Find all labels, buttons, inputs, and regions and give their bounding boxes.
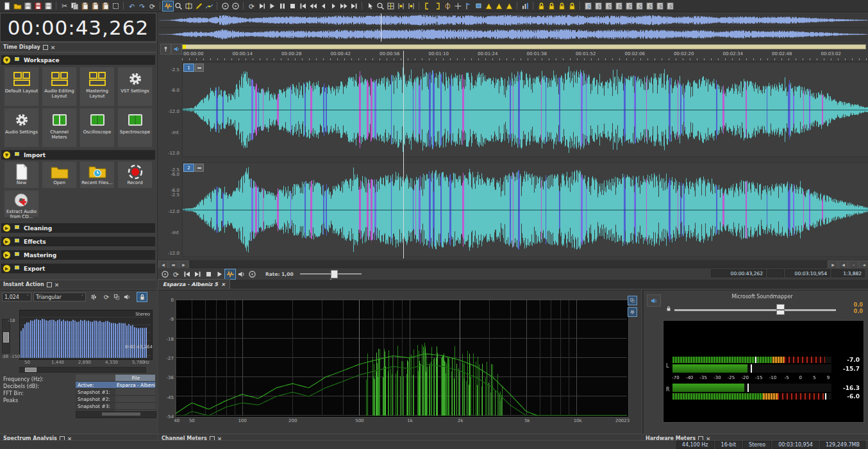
trim-crop-button[interactable]	[110, 1, 121, 11]
script-2-button[interactable]: S	[603, 1, 613, 11]
section-header-cleaning[interactable]: ▶Cleaning	[1, 223, 155, 233]
action-tile-new[interactable]: New	[4, 161, 39, 189]
channel-number-button[interactable]: 1	[183, 64, 194, 72]
section-header-workspace[interactable]: ▼Workspace	[1, 55, 155, 65]
stop-button[interactable]	[203, 269, 213, 279]
zoom-out-full-button[interactable]: −	[849, 260, 858, 269]
rewind-button[interactable]	[308, 1, 318, 11]
go-to-end-button[interactable]	[349, 1, 359, 11]
script-5-button[interactable]: S	[634, 1, 644, 11]
pin-button[interactable]	[160, 44, 171, 55]
go-to-start-button[interactable]	[181, 269, 192, 279]
selection-start-button[interactable]	[422, 1, 432, 11]
expand-icon[interactable]: ▶	[3, 251, 10, 258]
action-tile-recent-files-[interactable]: Recent Files...	[79, 161, 115, 189]
paste-to-new-button[interactable]	[90, 1, 100, 11]
snap-to-marker-button[interactable]	[406, 1, 416, 11]
event-tool-button[interactable]	[183, 1, 194, 11]
panel-tab-time-display[interactable]: Time Display×	[0, 42, 156, 51]
close-document-icon[interactable]: ×	[221, 282, 226, 287]
zoom-selection-button[interactable]: ◄	[859, 260, 868, 269]
window-type-select[interactable]: Triangular˅	[33, 292, 86, 301]
pause-button[interactable]	[277, 1, 287, 11]
meter-settings-button[interactable]	[628, 307, 637, 317]
script-7-button[interactable]: S	[655, 1, 665, 11]
section-header-export[interactable]: ▶Export	[1, 264, 155, 273]
pencil-tool-button[interactable]	[194, 1, 204, 11]
script-editor-button[interactable]: S	[583, 1, 593, 11]
go-to-end-button[interactable]	[192, 269, 203, 279]
snap-to-zero-button[interactable]	[396, 1, 406, 11]
scroll-right-button[interactable]: ▶	[179, 260, 188, 269]
lock-loop-length-button[interactable]	[546, 1, 556, 11]
zoom-out-time-button[interactable]: ◀	[839, 260, 848, 269]
zoom-in-time-button[interactable]: ▶	[828, 260, 838, 269]
scrollbar-thumb[interactable]	[102, 412, 140, 416]
peak-tool-3-button[interactable]	[504, 1, 514, 11]
repeat-button[interactable]: ⟳	[147, 1, 157, 11]
script-4-button[interactable]: S	[624, 1, 634, 11]
zoom-selection-button[interactable]	[375, 1, 385, 11]
overview-bar[interactable]	[159, 13, 867, 42]
spectrum-zoom-slider[interactable]	[2, 319, 10, 353]
section-header-import[interactable]: ▼Import	[1, 150, 155, 160]
center-cursor-button[interactable]	[453, 1, 463, 11]
loop-playback-button[interactable]: ⟳	[246, 1, 256, 11]
overview-position-bar[interactable]	[182, 44, 866, 49]
envelope-tool-button[interactable]	[204, 1, 214, 11]
save-as-button[interactable]	[33, 1, 43, 11]
open-file-button[interactable]	[12, 1, 22, 11]
selection-tool-button[interactable]	[365, 1, 375, 11]
scrollbar-trough[interactable]	[190, 261, 826, 268]
close-panel-icon[interactable]: ×	[54, 283, 60, 287]
meter-hold-button[interactable]	[628, 296, 637, 305]
play-all-button[interactable]	[256, 1, 267, 11]
statistics-button[interactable]	[520, 1, 530, 11]
expand-icon[interactable]: ▶	[3, 224, 10, 232]
action-tile-audio-settings[interactable]: Audio Settings	[4, 108, 39, 148]
magnify-tool-button[interactable]	[173, 1, 183, 11]
scroll-drag-button[interactable]: ▬	[169, 260, 178, 269]
settings-button[interactable]	[88, 292, 98, 301]
collapse-icon[interactable]: ▼	[3, 151, 10, 158]
table-row-snapshot[interactable]: Snapshot #1:	[76, 389, 155, 396]
action-tile-audio-editing-layout[interactable]: Audio Editing Layout	[42, 67, 77, 106]
section-header-mastering[interactable]: ▶Mastering	[1, 250, 155, 260]
document-tab[interactable]: Esparza - Albeniz 5×	[158, 279, 230, 289]
slider-handle[interactable]	[3, 332, 9, 343]
paste-button[interactable]	[79, 1, 90, 11]
time-ruler[interactable]: 00:00:0000:00:1400:00:2800:00:4200:00:56…	[182, 51, 868, 62]
bypass-fx-button[interactable]	[230, 1, 240, 11]
volume-fader-handle[interactable]	[776, 304, 785, 315]
volume-fader-track[interactable]	[674, 309, 836, 311]
channel-minimize-button[interactable]	[195, 64, 204, 72]
table-scrollbar[interactable]	[76, 411, 156, 418]
fft-size-select[interactable]: 1,024˅	[2, 292, 31, 301]
waveform-channel-2[interactable]	[182, 162, 868, 257]
waveform-channel-1[interactable]	[182, 62, 868, 157]
mix-paste-button[interactable]	[100, 1, 110, 11]
table-row-snapshot[interactable]: Snapshot #2:	[76, 396, 155, 403]
action-tile-record[interactable]: Record	[117, 161, 153, 189]
step-forward-button[interactable]	[328, 1, 338, 11]
edit-tool-button[interactable]	[163, 1, 173, 11]
loop-playback-button[interactable]: ⟳	[171, 269, 181, 279]
monitor-speaker-button[interactable]	[122, 292, 131, 301]
lock-event-edges-button[interactable]	[556, 1, 567, 11]
action-tile-open[interactable]: Open	[42, 161, 77, 189]
insert-region-button[interactable]	[473, 1, 483, 11]
panel-tab-instant-action[interactable]: Instant Action×	[0, 280, 156, 289]
fast-forward-button[interactable]	[338, 1, 349, 11]
refresh-button[interactable]: ⟳	[101, 292, 111, 301]
insert-marker-button[interactable]	[463, 1, 473, 11]
action-tile-oscilloscope[interactable]: Oscilloscope	[79, 108, 115, 148]
output-speaker-button[interactable]	[647, 294, 661, 307]
play-button[interactable]	[214, 269, 224, 279]
action-tile-extract-audio-from-cd-[interactable]: Extract Audio from CD...	[4, 190, 39, 217]
action-tile-vst-settings[interactable]: VST Settings	[117, 67, 153, 106]
float-panel-icon[interactable]	[43, 45, 48, 50]
channel-minimize-button[interactable]	[195, 164, 204, 172]
go-to-start-button[interactable]	[297, 1, 308, 11]
record-button[interactable]	[160, 269, 170, 279]
slider-handle[interactable]	[25, 368, 37, 372]
